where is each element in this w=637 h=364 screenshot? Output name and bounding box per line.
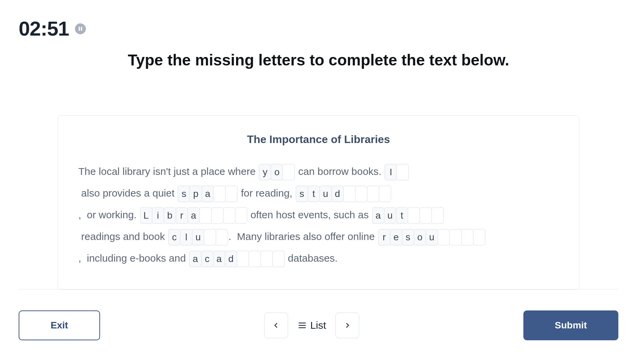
timer-display: 02:51: [19, 17, 69, 40]
letter-box-filled[interactable]: b: [164, 207, 176, 224]
letter-box-filled[interactable]: a: [189, 251, 201, 267]
letter-box-filled[interactable]: p: [190, 186, 202, 202]
letter-box-empty[interactable]: [461, 229, 474, 245]
letter-box-filled[interactable]: s: [178, 186, 190, 202]
prev-button[interactable]: [264, 312, 288, 338]
letter-box-empty[interactable]: [223, 207, 235, 224]
letter-box-filled[interactable]: r: [176, 207, 188, 224]
letter-box-empty[interactable]: [249, 251, 261, 267]
letter-box-empty[interactable]: [283, 164, 295, 180]
blank-academic[interactable]: acad: [189, 251, 284, 267]
nav-group: List: [264, 312, 360, 338]
letter-box-empty[interactable]: [431, 207, 444, 224]
letter-box-filled[interactable]: o: [271, 164, 283, 180]
letter-box-empty[interactable]: [408, 207, 420, 224]
letter-box-filled[interactable]: e: [390, 229, 402, 245]
passage-text: for reading,: [238, 187, 295, 199]
svg-rect-0: [79, 27, 80, 31]
letter-box-filled[interactable]: y: [259, 164, 271, 180]
letter-box-filled[interactable]: a: [201, 186, 214, 202]
letter-box-filled[interactable]: u: [384, 207, 396, 224]
letter-box-filled[interactable]: u: [426, 229, 438, 245]
instruction-text: Type the missing letters to complete the…: [128, 51, 509, 69]
letter-box-empty[interactable]: [473, 229, 485, 245]
letter-box-empty[interactable]: [235, 207, 247, 224]
letter-box-filled[interactable]: a: [372, 207, 384, 224]
letter-box-filled[interactable]: i: [152, 207, 164, 224]
svg-rect-1: [81, 27, 82, 31]
pause-button[interactable]: [75, 23, 86, 34]
letter-box-empty[interactable]: [213, 186, 226, 202]
letter-box-empty[interactable]: [438, 229, 450, 245]
list-button[interactable]: List: [294, 320, 330, 331]
letter-box-filled[interactable]: d: [331, 186, 344, 202]
blank-libraries[interactable]: Libra: [140, 207, 247, 224]
footer-bar: Exit List Submit: [19, 310, 618, 340]
blank-space[interactable]: spa: [178, 186, 237, 202]
submit-button[interactable]: Submit: [523, 310, 618, 340]
letter-box-empty[interactable]: [420, 207, 432, 224]
blank-it[interactable]: I: [385, 164, 409, 180]
blank-resources[interactable]: resou: [378, 229, 485, 245]
letter-box-filled[interactable]: c: [168, 229, 180, 245]
letter-box-filled[interactable]: d: [225, 251, 237, 267]
letter-box-filled[interactable]: s: [402, 229, 414, 245]
list-label: List: [310, 320, 326, 331]
passage-text: readings and book: [78, 231, 168, 242]
blank-you[interactable]: yo: [259, 164, 295, 180]
letter-box-empty[interactable]: [355, 186, 367, 202]
passage-text: can borrow books.: [295, 166, 384, 177]
timer-row: 02:51: [19, 17, 86, 40]
letter-box-empty[interactable]: [216, 229, 228, 245]
letter-box-empty[interactable]: [211, 207, 224, 224]
letter-box-empty[interactable]: [260, 251, 273, 267]
letter-box-filled[interactable]: I: [385, 164, 397, 180]
letter-box-filled[interactable]: r: [378, 229, 390, 245]
passage-title: The Importance of Libraries: [78, 133, 559, 146]
letter-box-empty[interactable]: [449, 229, 462, 245]
letter-box-empty[interactable]: [237, 251, 249, 267]
letter-box-filled[interactable]: t: [396, 207, 408, 224]
passage-text: also provides a quiet: [78, 187, 177, 199]
blank-author[interactable]: aut: [372, 207, 443, 224]
chevron-right-icon: [344, 322, 351, 329]
blank-studying[interactable]: stud: [296, 186, 391, 202]
passage-text: often host events, such as: [248, 209, 371, 220]
passage-text: , including e-books and: [78, 252, 189, 264]
passage-text: , or working.: [78, 209, 139, 220]
letter-box-empty[interactable]: [343, 186, 355, 202]
letter-box-filled[interactable]: a: [188, 207, 200, 224]
letter-box-filled[interactable]: o: [414, 229, 426, 245]
passage-text: databases.: [285, 252, 337, 264]
passage-body: The local library isn't just a place whe…: [78, 161, 559, 269]
exit-button[interactable]: Exit: [19, 310, 100, 340]
letter-box-filled[interactable]: c: [201, 251, 213, 267]
letter-box-empty[interactable]: [225, 186, 237, 202]
next-button[interactable]: [335, 312, 359, 338]
letter-box-filled[interactable]: s: [296, 186, 308, 202]
letter-box-filled[interactable]: t: [308, 186, 320, 202]
pause-icon: [78, 26, 83, 31]
letter-box-empty[interactable]: [272, 251, 285, 267]
letter-box-filled[interactable]: a: [213, 251, 225, 267]
letter-box-filled[interactable]: u: [192, 229, 204, 245]
letter-box-filled[interactable]: u: [320, 186, 332, 202]
list-icon: [297, 321, 307, 330]
passage-text: The local library isn't just a place whe…: [78, 166, 258, 177]
letter-box-empty[interactable]: [397, 164, 409, 180]
passage-text: . Many libraries also offer online: [229, 231, 378, 242]
letter-box-empty[interactable]: [379, 186, 391, 202]
letter-box-empty[interactable]: [367, 186, 379, 202]
blank-clubs[interactable]: clu: [169, 229, 228, 245]
footer-separator: [19, 289, 618, 289]
letter-box-empty[interactable]: [199, 207, 212, 224]
letter-box-filled[interactable]: l: [180, 229, 192, 245]
chevron-left-icon: [272, 322, 280, 329]
exercise-card: The Importance of Libraries The local li…: [58, 115, 579, 290]
letter-box-empty[interactable]: [204, 229, 216, 245]
letter-box-filled[interactable]: L: [140, 207, 152, 224]
